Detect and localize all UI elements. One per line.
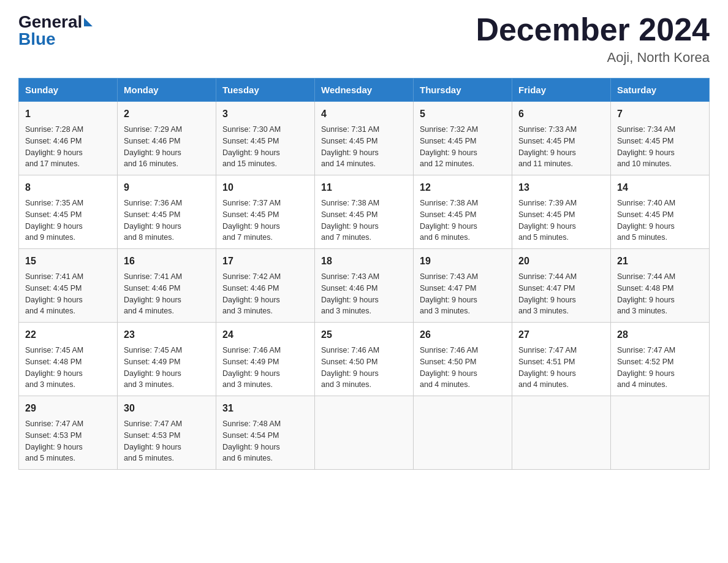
day-info: Sunrise: 7:40 AM Sunset: 4:45 PM Dayligh… (617, 197, 703, 243)
day-number: 6 (518, 107, 604, 121)
day-info: Sunrise: 7:47 AM Sunset: 4:53 PM Dayligh… (124, 418, 210, 464)
day-number: 3 (222, 107, 308, 121)
calendar-cell: 5 Sunrise: 7:32 AM Sunset: 4:45 PM Dayli… (414, 102, 512, 175)
col-header-tuesday: Tuesday (216, 79, 315, 102)
day-number: 31 (222, 401, 308, 416)
day-number: 25 (321, 327, 407, 342)
day-info: Sunrise: 7:37 AM Sunset: 4:45 PM Dayligh… (222, 197, 308, 243)
calendar-cell: 11 Sunrise: 7:38 AM Sunset: 4:45 PM Dayl… (315, 175, 414, 249)
day-info: Sunrise: 7:47 AM Sunset: 4:53 PM Dayligh… (25, 418, 111, 464)
calendar-cell: 17 Sunrise: 7:42 AM Sunset: 4:46 PM Dayl… (216, 249, 315, 323)
calendar-cell (315, 396, 414, 470)
calendar-cell: 2 Sunrise: 7:29 AM Sunset: 4:46 PM Dayli… (118, 102, 216, 175)
day-number: 7 (617, 107, 703, 121)
day-info: Sunrise: 7:31 AM Sunset: 4:45 PM Dayligh… (321, 124, 407, 170)
day-info: Sunrise: 7:46 AM Sunset: 4:50 PM Dayligh… (420, 345, 506, 391)
day-number: 12 (420, 180, 506, 195)
calendar-cell: 27 Sunrise: 7:47 AM Sunset: 4:51 PM Dayl… (512, 323, 611, 396)
col-header-friday: Friday (512, 79, 611, 102)
day-number: 4 (321, 107, 407, 121)
calendar-cell: 10 Sunrise: 7:37 AM Sunset: 4:45 PM Dayl… (216, 175, 315, 249)
calendar-week-5: 29 Sunrise: 7:47 AM Sunset: 4:53 PM Dayl… (19, 396, 710, 470)
day-number: 29 (25, 401, 111, 416)
day-number: 28 (617, 327, 703, 342)
logo: General Blue (18, 12, 93, 49)
day-number: 21 (617, 254, 703, 269)
day-number: 18 (321, 254, 407, 269)
day-number: 27 (518, 327, 604, 342)
day-number: 1 (25, 107, 111, 121)
col-header-monday: Monday (118, 79, 216, 102)
day-number: 8 (25, 180, 111, 195)
day-number: 5 (420, 107, 506, 121)
col-header-sunday: Sunday (19, 79, 118, 102)
calendar-week-4: 22 Sunrise: 7:45 AM Sunset: 4:48 PM Dayl… (19, 323, 710, 396)
calendar-cell (512, 396, 611, 470)
calendar-cell: 9 Sunrise: 7:36 AM Sunset: 4:45 PM Dayli… (118, 175, 216, 249)
calendar-cell: 30 Sunrise: 7:47 AM Sunset: 4:53 PM Dayl… (118, 396, 216, 470)
calendar-week-2: 8 Sunrise: 7:35 AM Sunset: 4:45 PM Dayli… (19, 175, 710, 249)
location-text: Aoji, North Korea (476, 50, 710, 66)
day-number: 16 (124, 254, 210, 269)
calendar-cell: 31 Sunrise: 7:48 AM Sunset: 4:54 PM Dayl… (216, 396, 315, 470)
day-number: 30 (124, 401, 210, 416)
day-info: Sunrise: 7:43 AM Sunset: 4:47 PM Dayligh… (420, 271, 506, 317)
calendar-cell: 24 Sunrise: 7:46 AM Sunset: 4:49 PM Dayl… (216, 323, 315, 396)
day-info: Sunrise: 7:30 AM Sunset: 4:45 PM Dayligh… (222, 124, 308, 170)
calendar-cell: 26 Sunrise: 7:46 AM Sunset: 4:50 PM Dayl… (414, 323, 512, 396)
calendar-cell (611, 396, 710, 470)
calendar-cell: 19 Sunrise: 7:43 AM Sunset: 4:47 PM Dayl… (414, 249, 512, 323)
day-info: Sunrise: 7:29 AM Sunset: 4:46 PM Dayligh… (124, 124, 210, 170)
calendar-cell: 18 Sunrise: 7:43 AM Sunset: 4:46 PM Dayl… (315, 249, 414, 323)
calendar-cell: 3 Sunrise: 7:30 AM Sunset: 4:45 PM Dayli… (216, 102, 315, 175)
calendar-cell: 14 Sunrise: 7:40 AM Sunset: 4:45 PM Dayl… (611, 175, 710, 249)
calendar-cell: 16 Sunrise: 7:41 AM Sunset: 4:46 PM Dayl… (118, 249, 216, 323)
col-header-thursday: Thursday (414, 79, 512, 102)
calendar-cell: 12 Sunrise: 7:38 AM Sunset: 4:45 PM Dayl… (414, 175, 512, 249)
day-number: 20 (518, 254, 604, 269)
calendar-cell: 21 Sunrise: 7:44 AM Sunset: 4:48 PM Dayl… (611, 249, 710, 323)
calendar-cell: 20 Sunrise: 7:44 AM Sunset: 4:47 PM Dayl… (512, 249, 611, 323)
day-info: Sunrise: 7:44 AM Sunset: 4:48 PM Dayligh… (617, 271, 703, 317)
calendar-cell: 28 Sunrise: 7:47 AM Sunset: 4:52 PM Dayl… (611, 323, 710, 396)
calendar-week-3: 15 Sunrise: 7:41 AM Sunset: 4:45 PM Dayl… (19, 249, 710, 323)
col-header-wednesday: Wednesday (315, 79, 414, 102)
day-info: Sunrise: 7:42 AM Sunset: 4:46 PM Dayligh… (222, 271, 308, 317)
calendar-cell: 13 Sunrise: 7:39 AM Sunset: 4:45 PM Dayl… (512, 175, 611, 249)
day-info: Sunrise: 7:48 AM Sunset: 4:54 PM Dayligh… (222, 418, 308, 464)
day-info: Sunrise: 7:33 AM Sunset: 4:45 PM Dayligh… (518, 124, 604, 170)
day-number: 19 (420, 254, 506, 269)
calendar-cell: 1 Sunrise: 7:28 AM Sunset: 4:46 PM Dayli… (19, 102, 118, 175)
day-info: Sunrise: 7:47 AM Sunset: 4:52 PM Dayligh… (617, 345, 703, 391)
day-number: 15 (25, 254, 111, 269)
calendar-week-1: 1 Sunrise: 7:28 AM Sunset: 4:46 PM Dayli… (19, 102, 710, 175)
day-number: 26 (420, 327, 506, 342)
day-info: Sunrise: 7:39 AM Sunset: 4:45 PM Dayligh… (518, 197, 604, 243)
day-info: Sunrise: 7:46 AM Sunset: 4:49 PM Dayligh… (222, 345, 308, 391)
calendar-cell: 4 Sunrise: 7:31 AM Sunset: 4:45 PM Dayli… (315, 102, 414, 175)
day-info: Sunrise: 7:38 AM Sunset: 4:45 PM Dayligh… (420, 197, 506, 243)
page-header: General Blue December 2024 Aoji, North K… (18, 12, 710, 66)
day-info: Sunrise: 7:28 AM Sunset: 4:46 PM Dayligh… (25, 124, 111, 170)
day-info: Sunrise: 7:32 AM Sunset: 4:45 PM Dayligh… (420, 124, 506, 170)
day-number: 11 (321, 180, 407, 195)
day-number: 23 (124, 327, 210, 342)
calendar-cell: 29 Sunrise: 7:47 AM Sunset: 4:53 PM Dayl… (19, 396, 118, 470)
day-info: Sunrise: 7:38 AM Sunset: 4:45 PM Dayligh… (321, 197, 407, 243)
day-number: 13 (518, 180, 604, 195)
calendar-table: SundayMondayTuesdayWednesdayThursdayFrid… (18, 78, 710, 470)
calendar-cell: 7 Sunrise: 7:34 AM Sunset: 4:45 PM Dayli… (611, 102, 710, 175)
calendar-cell: 15 Sunrise: 7:41 AM Sunset: 4:45 PM Dayl… (19, 249, 118, 323)
day-info: Sunrise: 7:45 AM Sunset: 4:49 PM Dayligh… (124, 345, 210, 391)
day-info: Sunrise: 7:34 AM Sunset: 4:45 PM Dayligh… (617, 124, 703, 170)
calendar-cell: 23 Sunrise: 7:45 AM Sunset: 4:49 PM Dayl… (118, 323, 216, 396)
day-info: Sunrise: 7:35 AM Sunset: 4:45 PM Dayligh… (25, 197, 111, 243)
day-number: 22 (25, 327, 111, 342)
logo-blue-text: Blue (18, 29, 56, 49)
day-info: Sunrise: 7:41 AM Sunset: 4:45 PM Dayligh… (25, 271, 111, 317)
calendar-cell (414, 396, 512, 470)
calendar-cell: 8 Sunrise: 7:35 AM Sunset: 4:45 PM Dayli… (19, 175, 118, 249)
month-title: December 2024 (476, 12, 710, 47)
day-info: Sunrise: 7:46 AM Sunset: 4:50 PM Dayligh… (321, 345, 407, 391)
day-info: Sunrise: 7:36 AM Sunset: 4:45 PM Dayligh… (124, 197, 210, 243)
